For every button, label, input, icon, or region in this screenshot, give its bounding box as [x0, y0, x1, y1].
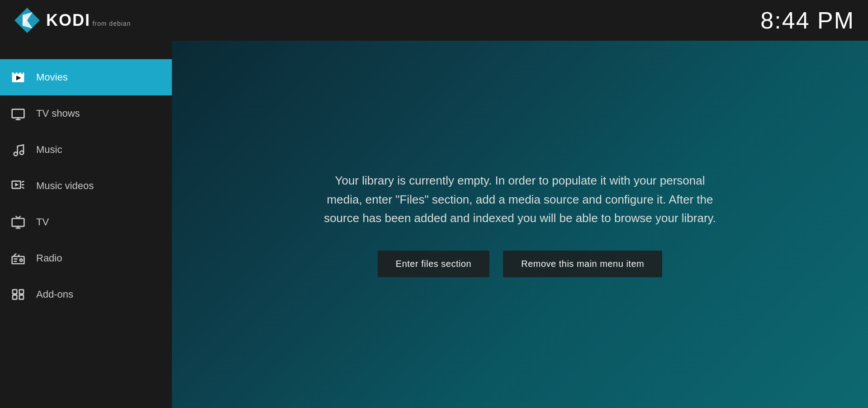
music-icon	[9, 141, 27, 159]
svg-point-31	[20, 259, 22, 261]
clock-display: 8:44 PM	[760, 7, 854, 34]
content-area: Your library is currently empty. In orde…	[172, 41, 868, 408]
enter-files-button[interactable]: Enter files section	[378, 251, 489, 277]
sidebar-item-addons[interactable]: Add-ons	[0, 276, 172, 313]
sidebar-item-musicvideos[interactable]: Music videos	[0, 168, 172, 204]
svg-rect-38	[13, 289, 17, 294]
sidebar-item-tvshows[interactable]: TV shows	[0, 95, 172, 132]
logo-area: KODI from debian	[14, 7, 131, 34]
tv-icon	[9, 213, 27, 231]
radio-icon	[9, 249, 27, 267]
sidebar-item-tv[interactable]: TV	[0, 204, 172, 240]
icon-bar	[0, 41, 172, 59]
action-buttons: Enter files section Remove this main men…	[378, 251, 662, 277]
top-bar: KODI from debian 8:44 PM	[0, 0, 868, 41]
svg-rect-25	[12, 218, 24, 226]
musicvideos-icon	[9, 177, 27, 195]
svg-line-24	[22, 187, 24, 189]
movies-icon	[9, 68, 27, 86]
tvshows-icon	[9, 104, 27, 123]
sidebar: Movies TV shows	[0, 41, 172, 408]
svg-rect-37	[19, 295, 24, 299]
svg-rect-12	[16, 72, 18, 75]
kodi-brand-text: KODI	[46, 11, 90, 29]
sidebar-item-addons-label: Add-ons	[36, 289, 73, 300]
svg-rect-39	[19, 289, 24, 294]
svg-rect-36	[13, 295, 17, 299]
sidebar-item-radio-label: Radio	[36, 252, 62, 264]
sidebar-item-tv-label: TV	[36, 216, 49, 228]
sidebar-item-music-label: Music	[36, 144, 62, 156]
sidebar-item-movies-label: Movies	[36, 71, 68, 83]
svg-rect-13	[19, 72, 21, 75]
empty-library-text: Your library is currently empty. In orde…	[317, 171, 724, 228]
kodi-logo-icon	[14, 7, 41, 34]
sidebar-item-radio[interactable]: Radio	[0, 240, 172, 276]
svg-rect-11	[12, 72, 14, 75]
logo-text-area: KODI from debian	[46, 11, 131, 30]
kodi-subtitle: from debian	[92, 20, 131, 27]
sidebar-item-movies[interactable]: Movies	[0, 59, 172, 95]
svg-rect-15	[12, 109, 24, 118]
sidebar-item-music[interactable]: Music	[0, 132, 172, 168]
remove-menu-item-button[interactable]: Remove this main menu item	[503, 251, 662, 277]
main-layout: Movies TV shows	[0, 41, 868, 408]
empty-library-message: Your library is currently empty. In orde…	[317, 171, 724, 228]
svg-marker-21	[15, 183, 19, 186]
sidebar-item-tvshows-label: TV shows	[36, 108, 80, 119]
nav-items: Movies TV shows	[0, 59, 172, 408]
svg-rect-14	[23, 72, 24, 75]
svg-line-22	[22, 181, 24, 182]
sidebar-item-musicvideos-label: Music videos	[36, 180, 94, 192]
addons-icon	[9, 285, 27, 304]
